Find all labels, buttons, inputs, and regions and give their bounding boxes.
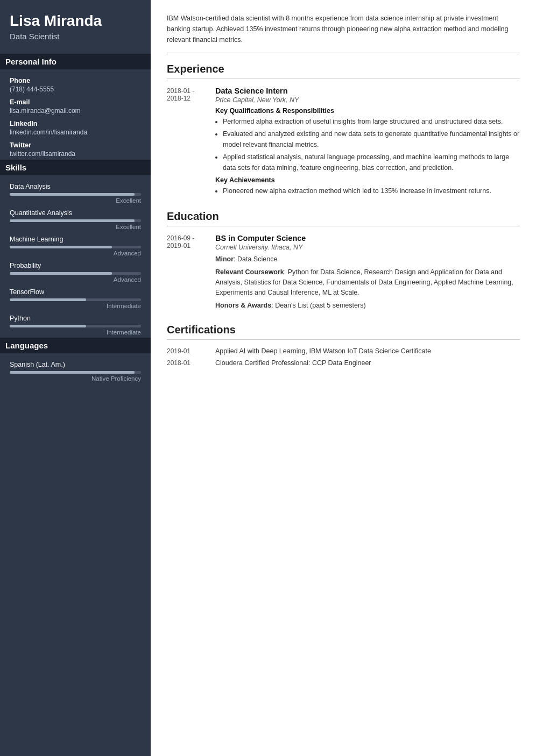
skill-item: PythonIntermediate [10, 315, 141, 336]
skill-bar-bg [10, 219, 141, 222]
skill-level: Excellent [10, 224, 141, 230]
coursework-colon: : [284, 268, 288, 276]
education-content: BS in Computer Science Cornell Universit… [215, 234, 520, 313]
language-item: Spanish (Lat. Am.)Native Proficiency [10, 361, 141, 382]
coursework-text: Relevant Coursework: Python for Data Sci… [215, 267, 520, 298]
education-section: Education 2016-09 -2019-01 BS in Compute… [167, 210, 520, 313]
main-content: IBM Watson-certified data scientist with… [151, 0, 536, 756]
skill-bar-bg [10, 298, 141, 301]
languages-list: Spanish (Lat. Am.)Native Proficiency [10, 361, 141, 382]
personal-info-heading: Personal Info [0, 54, 151, 69]
achievement-1: Pioneered new alpha extraction method wh… [223, 186, 520, 196]
honors-label: Honors & Awards [215, 302, 271, 309]
skill-level: Intermediate [10, 303, 141, 309]
skill-bar-fill [10, 272, 112, 275]
candidate-name: Lisa Miranda [10, 13, 141, 30]
skill-bar-bg [10, 325, 141, 327]
skill-name: Python [10, 315, 141, 322]
language-bar-bg [10, 371, 141, 374]
linkedin-value: linkedin.com/in/lisamiranda [10, 129, 141, 136]
phone-label: Phone [10, 77, 141, 84]
certifications-list: 2019-01Applied AI with Deep Learning, IB… [167, 347, 520, 367]
cert-text: Applied AI with Deep Learning, IBM Watso… [215, 347, 431, 355]
skill-level: Intermediate [10, 329, 141, 336]
kq-bullets: Performed alpha extraction of useful ins… [223, 117, 520, 173]
cert-entry: 2019-01Applied AI with Deep Learning, IB… [167, 347, 520, 355]
resume: Lisa Miranda Data Scientist Personal Inf… [0, 0, 536, 756]
skill-bar-bg [10, 272, 141, 275]
skill-name: Probability [10, 262, 141, 269]
twitter-value: twitter.com/lisamiranda [10, 150, 141, 158]
honors-text: Honors & Awards: Dean's List (past 5 sem… [215, 301, 520, 311]
skill-name: Data Analysis [10, 183, 141, 190]
skill-name: Quantitative Analysis [10, 209, 141, 217]
experience-title: Data Science Intern [215, 87, 520, 95]
skill-item: Quantitative AnalysisExcellent [10, 209, 141, 230]
skill-bar-fill [10, 246, 112, 248]
cert-date: 2019-01 [167, 347, 215, 355]
skill-item: Data AnalysisExcellent [10, 183, 141, 204]
education-date: 2016-09 -2019-01 [167, 234, 215, 313]
certifications-heading: Certifications [167, 324, 520, 340]
minor-value: Data Science [237, 255, 277, 263]
candidate-title: Data Scientist [10, 32, 141, 41]
bullet-3: Applied statistical analysis, natural la… [223, 152, 520, 173]
skill-bar-fill [10, 298, 86, 301]
language-bar-fill [10, 371, 135, 374]
email-label: E-mail [10, 98, 141, 106]
kq-label: Key Qualifications & Responsibilities [215, 107, 520, 115]
sidebar: Lisa Miranda Data Scientist Personal Inf… [0, 0, 151, 756]
skill-name: Machine Learning [10, 236, 141, 243]
cert-text: Cloudera Certified Professional: CCP Dat… [215, 359, 371, 367]
skill-item: ProbabilityAdvanced [10, 262, 141, 283]
skill-name: TensorFlow [10, 288, 141, 296]
experience-section: Experience 2018-01 -2018-12 Data Science… [167, 63, 520, 199]
minor-colon: : [234, 255, 237, 263]
coursework-label: Relevant Coursework [215, 268, 284, 276]
experience-content: Data Science Intern Price Capital, New Y… [215, 87, 520, 199]
education-entry: 2016-09 -2019-01 BS in Computer Science … [167, 234, 520, 313]
honors-value: Dean's List (past 5 semesters) [275, 302, 365, 309]
skills-heading: Skills [0, 160, 151, 175]
phone-value: (718) 444-5555 [10, 85, 141, 93]
skills-list: Data AnalysisExcellentQuantitative Analy… [10, 183, 141, 336]
skill-item: Machine LearningAdvanced [10, 236, 141, 256]
certifications-section: Certifications 2019-01Applied AI with De… [167, 324, 520, 367]
skill-level: Advanced [10, 276, 141, 283]
language-level: Native Proficiency [10, 375, 141, 382]
experience-heading: Experience [167, 63, 520, 79]
education-heading: Education [167, 210, 520, 226]
skill-bar-fill [10, 193, 135, 196]
bullet-1: Performed alpha extraction of useful ins… [223, 117, 520, 127]
ka-bullets: Pioneered new alpha extraction method wh… [223, 186, 520, 196]
language-name: Spanish (Lat. Am.) [10, 361, 141, 368]
minor-text: Minor: Data Science [215, 254, 520, 265]
education-title: BS in Computer Science [215, 234, 520, 243]
skill-bar-bg [10, 246, 141, 248]
skill-bar-bg [10, 193, 141, 196]
twitter-label: Twitter [10, 141, 141, 149]
summary-text: IBM Watson-certified data scientist with… [167, 13, 520, 53]
experience-date: 2018-01 -2018-12 [167, 87, 215, 199]
languages-heading: Languages [0, 338, 151, 353]
linkedin-label: LinkedIn [10, 120, 141, 127]
email-value: lisa.miranda@gmail.com [10, 107, 141, 115]
skill-item: TensorFlowIntermediate [10, 288, 141, 309]
cert-entry: 2018-01Cloudera Certified Professional: … [167, 359, 520, 367]
experience-subtitle: Price Capital, New York, NY [215, 96, 520, 104]
skill-bar-fill [10, 325, 86, 327]
ka-label: Key Achievements [215, 176, 520, 184]
minor-label: Minor [215, 255, 234, 263]
bullet-2: Evaluated and analyzed existing and new … [223, 129, 520, 150]
experience-entry: 2018-01 -2018-12 Data Science Intern Pri… [167, 87, 520, 199]
skill-bar-fill [10, 219, 135, 222]
cert-date: 2018-01 [167, 359, 215, 367]
skill-level: Excellent [10, 197, 141, 204]
skill-level: Advanced [10, 250, 141, 256]
education-subtitle: Cornell University. Ithaca, NY [215, 244, 520, 251]
